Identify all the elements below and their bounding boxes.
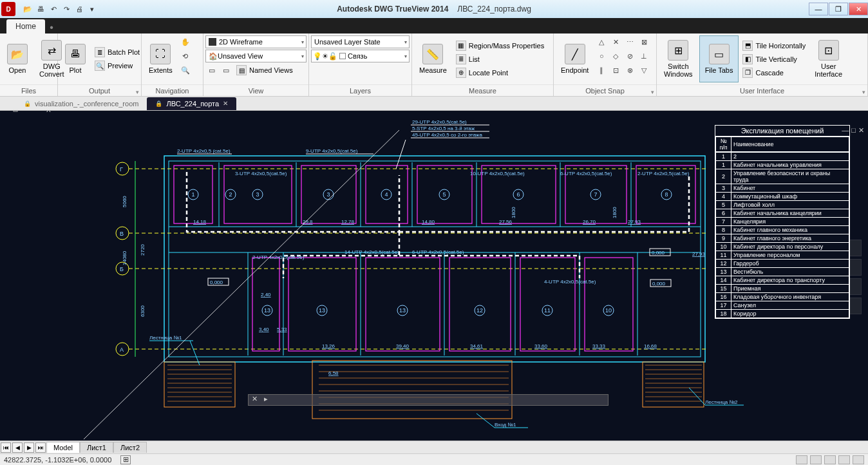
osnap-per-icon[interactable]: ⊥ — [637, 50, 650, 62]
quick-access-toolbar: 📂 🖶 ↶ ↷ 🖨 ▾ — [18, 3, 102, 15]
osnap-par-icon[interactable]: ∥ — [595, 64, 608, 77]
qat-print-icon[interactable]: 🖨 — [73, 3, 85, 15]
sb-snap-icon[interactable] — [824, 455, 836, 464]
endpoint-button[interactable]: ╱ Endpoint — [556, 35, 594, 82]
layout-next-icon[interactable]: ▶ — [24, 442, 34, 453]
col-header-num: № п/п — [716, 137, 731, 152]
cmd-arrow-icon[interactable]: ▸ — [260, 395, 272, 405]
command-bar[interactable]: ✕ ▸ — [248, 394, 609, 406]
table-row: 1Кабинет начальника управления — [716, 161, 849, 169]
panel-ui-title: User Interface▾ — [657, 84, 867, 96]
layer-state-dropdown[interactable]: Unsaved Layer State — [311, 35, 410, 48]
close-panel-icon[interactable]: ✕ — [858, 126, 864, 135]
qat-undo-icon[interactable]: ↶ — [48, 3, 59, 15]
qat-plot-icon[interactable]: 🖶 — [35, 3, 46, 15]
batch-plot-button[interactable]: ≣Batch Plot — [92, 46, 142, 59]
panel-navigation: ⛶ Extents ✋ ⟲ 🔍 Navigation — [142, 33, 203, 96]
layout-first-icon[interactable]: ⏮ — [1, 442, 11, 453]
expand-icon[interactable]: ▾ — [862, 86, 865, 98]
table-row: 11Управление персоналом — [716, 251, 849, 260]
orbit-icon[interactable]: ⟲ — [179, 50, 192, 62]
tile-h-button[interactable]: ⬒Tile Horizontally — [740, 39, 808, 52]
table-row: 10Кабинет директора по персоналу — [716, 243, 849, 251]
qat-more-icon[interactable]: ▾ — [86, 3, 98, 15]
osnap-tan-icon[interactable]: ⊘ — [623, 50, 636, 62]
extents-button[interactable]: ⛶ Extents — [144, 35, 178, 82]
visual-style-dropdown[interactable]: 2D Wireframe — [205, 35, 307, 48]
locate-button[interactable]: ⊕Locate Point — [453, 66, 547, 79]
open-button[interactable]: 📂 Open — [2, 35, 33, 82]
qat-open-icon[interactable]: 📂 — [22, 3, 33, 15]
measure-button[interactable]: 📏 Measure — [414, 35, 452, 82]
view-icon-2[interactable]: ▭ — [220, 64, 232, 77]
list-button[interactable]: ≣List — [453, 53, 547, 66]
svg-rect-167 — [14, 111, 17, 111]
sb-model-icon[interactable] — [796, 455, 807, 464]
expand-icon[interactable]: ▾ — [651, 86, 654, 98]
lock-icon: 🔓 — [328, 52, 337, 61]
osnap-cen-icon[interactable]: ○ — [595, 50, 608, 62]
close-button[interactable]: ✕ — [849, 3, 868, 15]
minimize-button[interactable]: — — [809, 3, 828, 15]
osnap-node-icon[interactable]: ⊗ — [623, 64, 636, 77]
layout-last-icon[interactable]: ⏭ — [35, 442, 46, 453]
panel-files-title: Files — [0, 84, 57, 96]
view-icon-1[interactable]: ▭ — [205, 64, 218, 77]
status-toggle-icon[interactable]: ⊞ — [120, 455, 131, 464]
minimize-panel-icon[interactable]: — — [842, 126, 849, 135]
svg-text:Вход №1: Вход №1 — [495, 422, 516, 428]
list-icon: ≣ — [456, 54, 466, 64]
tile-v-button[interactable]: ◧Tile Vertically — [740, 53, 808, 66]
osnap-ins-icon[interactable]: ⊡ — [609, 64, 622, 77]
qat-redo-icon[interactable]: ↷ — [61, 3, 72, 15]
named-views-button[interactable]: ▤Named Views — [234, 64, 296, 77]
file-tabs-button[interactable]: ▭ File Tabs — [699, 35, 739, 82]
maximize-button[interactable]: ❐ — [829, 3, 848, 15]
layout-prev-icon[interactable]: ◀ — [12, 442, 23, 453]
app-icon[interactable]: D — [1, 2, 15, 16]
view-dropdown[interactable]: 🏠 Unsaved View — [205, 50, 307, 62]
osnap-app-icon[interactable]: ⊠ — [637, 35, 650, 48]
zoom-icon[interactable]: 🔍 — [179, 64, 192, 77]
sb-max-icon[interactable] — [838, 455, 850, 464]
panel-view: 2D Wireframe 🏠 Unsaved View ▭ ▭ ▤Named V… — [203, 33, 309, 96]
osnap-mid-icon[interactable]: △ — [595, 35, 608, 48]
layout-tab-2[interactable]: Лист2 — [113, 442, 147, 453]
tile-v-icon: ◧ — [742, 54, 753, 64]
table-row: 3Кабинет — [716, 184, 849, 193]
layer-dropdown[interactable]: 💡☀🔓 Связь — [311, 50, 410, 62]
pan-icon[interactable]: ✋ — [179, 35, 192, 48]
titlebar: D 📂 🖶 ↶ ↷ 🖨 ▾ Autodesk DWG TrueView 2014… — [0, 0, 868, 18]
preview-button[interactable]: 🔍Preview — [92, 59, 142, 72]
expand-icon[interactable]: ▾ — [136, 86, 139, 98]
restore-panel-icon[interactable]: □ — [851, 126, 856, 135]
osnap-int-icon[interactable]: ✕ — [609, 35, 622, 48]
ribbon-tab-row: Home • — [0, 18, 868, 33]
panel-layers: Unsaved Layer State 💡☀🔓 Связь Layers — [309, 33, 412, 96]
osnap-near-icon[interactable]: ▽ — [637, 64, 650, 77]
user-interface-button[interactable]: ⊡ User Interface — [809, 35, 847, 82]
tab-home[interactable]: Home — [6, 19, 45, 33]
sb-settings-icon[interactable] — [853, 455, 864, 464]
file-tab-2[interactable]: 🔒ЛВС_224_порта✕ — [147, 97, 236, 110]
panel-view-title: View — [203, 84, 308, 96]
sb-grid-icon[interactable] — [810, 455, 822, 464]
switch-windows-button[interactable]: ⊞ Switch Windows — [659, 35, 698, 82]
tab-add-icon[interactable]: • — [45, 22, 58, 33]
tile-h-icon: ⬒ — [742, 41, 753, 51]
close-icon[interactable]: ✕ — [223, 100, 228, 107]
osnap-ext-icon[interactable]: ⋯ — [623, 35, 636, 48]
file-tab-1[interactable]: 🔒visualization_-_conference_room — [15, 97, 147, 110]
cmd-close-icon[interactable]: ✕ — [249, 395, 260, 405]
bulb-icon: 💡 — [313, 52, 322, 61]
plot-button[interactable]: 🖶 Plot — [60, 35, 91, 82]
osnap-qua-icon[interactable]: ◇ — [609, 50, 622, 62]
layout-tab-model[interactable]: Model — [46, 442, 80, 453]
region-button[interactable]: ▦Region/Mass Properties — [453, 39, 547, 52]
home-icon: 🏠 — [209, 52, 218, 61]
lock-icon: 🔒 — [155, 100, 162, 107]
panel-measure-title: Measure — [412, 84, 553, 96]
cascade-button[interactable]: ❐Cascade — [740, 66, 808, 79]
layout-tab-1[interactable]: Лист1 — [80, 442, 113, 453]
panel-output-title: Output▾ — [58, 84, 141, 96]
